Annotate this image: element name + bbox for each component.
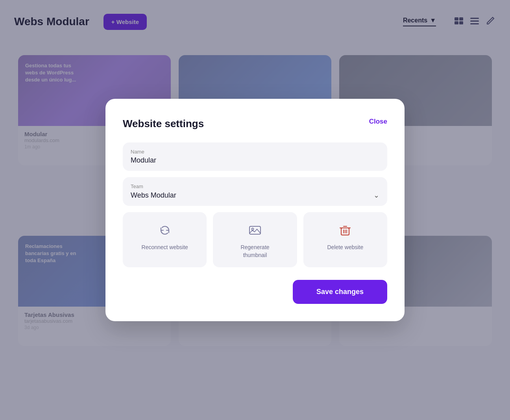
team-field[interactable]: Team Webs Modular ⌄ <box>123 177 387 206</box>
name-value: Modular <box>131 156 379 165</box>
chevron-down-icon: ⌄ <box>373 191 379 200</box>
regenerate-label: Regeneratethumbnail <box>240 244 269 259</box>
save-button-row: Save changes <box>123 280 387 304</box>
save-changes-button[interactable]: Save changes <box>293 280 387 304</box>
image-icon <box>248 223 262 237</box>
reconnect-website-button[interactable]: Reconnect website <box>123 212 207 267</box>
website-settings-modal: Website settings Close Name Modular Team… <box>105 99 405 321</box>
close-button[interactable]: Close <box>369 118 387 126</box>
svg-rect-7 <box>249 226 261 234</box>
delete-website-button[interactable]: Delete website <box>303 212 387 267</box>
modal-header: Website settings Close <box>123 118 387 130</box>
team-label: Team <box>131 183 379 189</box>
name-field[interactable]: Name Modular <box>123 142 387 171</box>
team-value: Webs Modular <box>131 191 176 200</box>
name-label: Name <box>131 149 379 155</box>
reconnect-icon <box>158 223 172 237</box>
svg-point-8 <box>251 228 253 230</box>
delete-label: Delete website <box>327 244 363 252</box>
team-row: Webs Modular ⌄ <box>131 191 379 200</box>
trash-icon <box>338 223 352 237</box>
regenerate-thumbnail-button[interactable]: Regeneratethumbnail <box>213 212 297 267</box>
action-buttons-group: Reconnect website Regeneratethumbnail <box>123 212 387 267</box>
reconnect-label: Reconnect website <box>142 244 188 252</box>
modal-title: Website settings <box>123 118 204 130</box>
modal-overlay: Website settings Close Name Modular Team… <box>0 0 510 420</box>
